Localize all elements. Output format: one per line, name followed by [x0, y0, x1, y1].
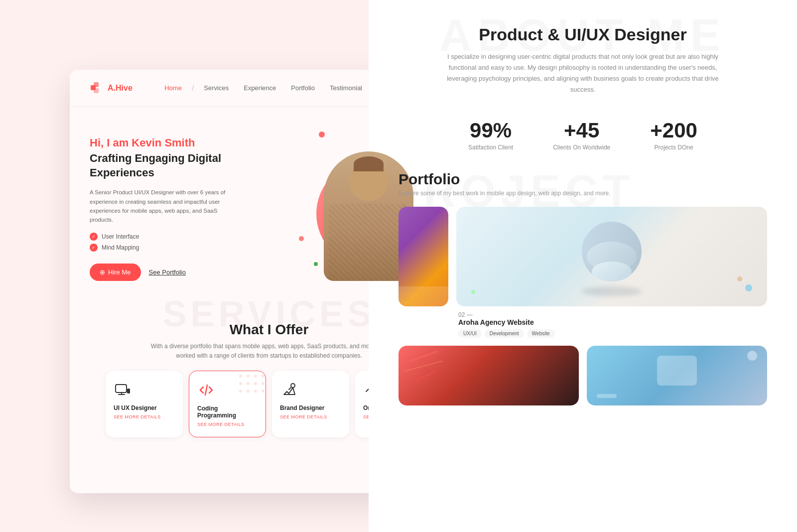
about-title: Product & UI/UX Designer — [398, 25, 767, 44]
svg-rect-3 — [116, 385, 127, 393]
svg-rect-1 — [94, 82, 99, 87]
nav-home[interactable]: Home — [164, 84, 182, 92]
stat-number: +45 — [553, 120, 610, 141]
logo-icon — [90, 81, 104, 95]
tag: Website — [527, 329, 555, 338]
portfolio-card-3[interactable] — [398, 346, 579, 405]
stats-row: 99% Satifaction Client +45 Clients On Wo… — [369, 105, 797, 166]
service-card-coding[interactable]: Coding Programming SEE MORE DETAILS — [189, 371, 266, 437]
cursor-icon: ⊕ — [100, 268, 105, 276]
hero-greeting: Hi, I am Kevin Smith — [90, 136, 289, 149]
hero-content: Hi, I am Kevin Smith Crafting Engaging D… — [90, 127, 289, 281]
hero-description: A Senior Product UI/UX Designer with ove… — [90, 188, 239, 225]
logo-text: A.Hive — [108, 84, 133, 93]
nav-links: Home / Services Experience Portfolio Tes… — [164, 84, 362, 93]
nav-experience[interactable]: Experience — [244, 84, 276, 92]
coding-icon — [197, 381, 215, 399]
dots-pattern — [236, 371, 266, 401]
feature-item: ✓ User Interface — [90, 233, 289, 241]
about-section: ABOUT ME Product & UI/UX Designer I spec… — [369, 0, 797, 100]
portfolio-grid: 02 — Aroha Agency Website UX/UI Developm… — [398, 207, 767, 338]
logo[interactable]: A.Hive — [90, 81, 133, 95]
portfolio-section: PROJECT Portfolio Explore some of my bes… — [369, 166, 797, 415]
tag: Development — [485, 329, 524, 338]
nav-services[interactable]: Services — [204, 84, 229, 92]
hero-name: Kevin Smith — [132, 136, 195, 149]
brand-icon — [280, 381, 298, 399]
portfolio-image-1 — [398, 207, 448, 306]
svg-point-17 — [291, 384, 295, 388]
stat-projects: +200 Projects DOne — [650, 120, 697, 151]
service-card-uiux[interactable]: UI UX Designer SEE MORE DETAILS — [106, 371, 183, 437]
portfolio-row-2 — [398, 346, 767, 405]
svg-point-13 — [239, 390, 242, 393]
svg-point-6 — [247, 375, 250, 378]
right-panel: ABOUT ME Product & UI/UX Designer I spec… — [369, 0, 797, 532]
stat-label: Clients On Worldwide — [553, 144, 610, 151]
portfolio-card-2[interactable]: 02 — Aroha Agency Website UX/UI Developm… — [456, 207, 767, 338]
about-description: I specialize in designing user-centric d… — [438, 51, 727, 95]
check-icon: ✓ — [90, 233, 98, 241]
service-link-coding[interactable]: SEE MORE DETAILS — [197, 422, 258, 427]
stat-number: 99% — [468, 120, 513, 141]
portfolio-tags-2: UX/UI Development Website — [458, 329, 765, 338]
hero-title: Crafting Engaging Digital Experiences — [90, 151, 289, 180]
hero-buttons: ⊕ Hire Me See Portfolio — [90, 264, 289, 281]
portfolio-number-2: 02 — — [458, 311, 765, 318]
see-portfolio-link[interactable]: See Portfolio — [149, 268, 186, 276]
stat-number: +200 — [650, 120, 697, 141]
svg-rect-2 — [94, 88, 99, 93]
portfolio-name-2: Aroha Agency Website — [458, 318, 765, 326]
svg-point-10 — [247, 382, 250, 385]
svg-point-15 — [254, 390, 257, 393]
feature-item: ✓ Mind Mapping — [90, 244, 289, 252]
svg-point-9 — [239, 382, 242, 385]
portfolio-image-3 — [398, 346, 579, 405]
service-link-uiux[interactable]: SEE MORE DETAILS — [114, 414, 175, 419]
portfolio-card-1[interactable] — [398, 207, 448, 338]
service-name-brand: Brand Designer — [280, 404, 341, 411]
stat-satisfaction: 99% Satifaction Client — [468, 120, 513, 151]
svg-point-7 — [254, 375, 257, 378]
uiux-icon — [114, 381, 132, 399]
svg-point-14 — [247, 390, 250, 393]
nav-portfolio[interactable]: Portfolio — [291, 84, 315, 92]
svg-point-5 — [239, 375, 242, 378]
svg-rect-4 — [127, 389, 130, 394]
portfolio-title: Portfolio — [398, 171, 767, 188]
hero-features: ✓ User Interface ✓ Mind Mapping — [90, 233, 289, 252]
nav-testimonial[interactable]: Testimonial — [330, 84, 362, 92]
portfolio-card-2-info: 02 — Aroha Agency Website UX/UI Developm… — [456, 306, 767, 338]
service-name-uiux: UI UX Designer — [114, 404, 175, 411]
portfolio-image-4 — [587, 346, 767, 405]
stat-label: Projects DOne — [650, 144, 697, 151]
decoration-dot — [299, 236, 304, 241]
svg-point-11 — [254, 382, 257, 385]
portfolio-description: Explore some of my best work in mobile a… — [398, 190, 767, 197]
portfolio-card-4[interactable] — [587, 346, 767, 405]
check-icon: ✓ — [90, 244, 98, 252]
portfolio-image-2 — [456, 207, 767, 306]
svg-point-12 — [262, 382, 265, 385]
svg-point-16 — [262, 390, 265, 393]
hire-me-button[interactable]: ⊕ Hire Me — [90, 264, 141, 281]
service-link-brand[interactable]: SEE MORE DETAILS — [280, 414, 341, 419]
tag: UX/UI — [458, 329, 482, 338]
svg-point-8 — [262, 375, 265, 378]
services-description: With a diverse portfolio that spans mobi… — [144, 342, 394, 361]
service-card-brand[interactable]: Brand Designer SEE MORE DETAILS — [272, 371, 349, 437]
stat-label: Satifaction Client — [468, 144, 513, 151]
stat-clients: +45 Clients On Worldwide — [553, 120, 610, 151]
service-name-coding: Coding Programming — [197, 405, 258, 419]
